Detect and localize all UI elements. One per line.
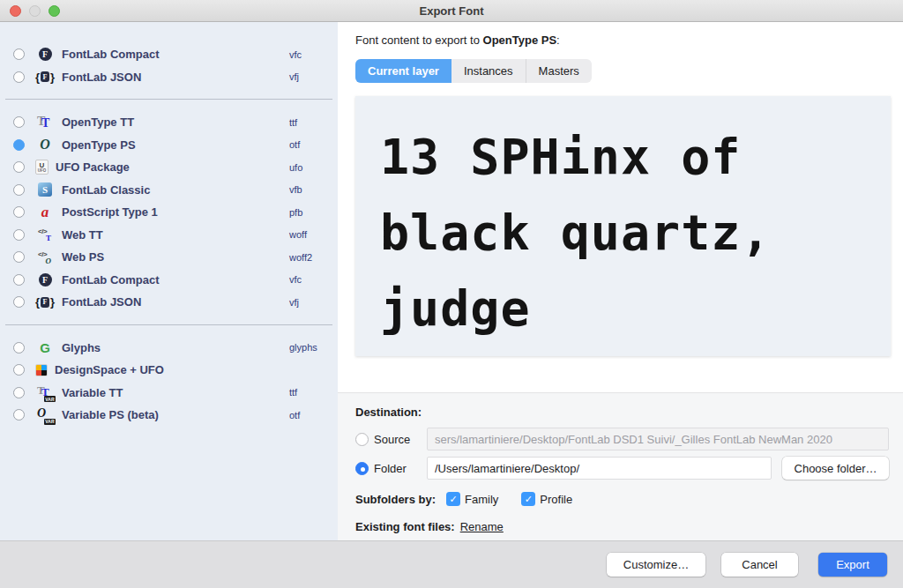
radio-button[interactable]: [13, 364, 25, 376]
format-option-variable-tt[interactable]: TVAR Variable TT ttf: [0, 382, 338, 405]
customize-button[interactable]: Customize…: [607, 553, 705, 577]
format-option-fontlab-compact-2[interactable]: FontLab Compact vfc: [0, 269, 338, 292]
radio-button[interactable]: [13, 184, 25, 196]
radio-button[interactable]: [13, 116, 25, 128]
folder-row: Folder Choose folder…: [355, 457, 889, 480]
destination-label: Destination:: [355, 406, 889, 419]
format-extension: vfb: [289, 184, 302, 195]
format-label: DesignSpace + UFO: [55, 363, 164, 376]
subfolders-label: Subfolders by:: [355, 493, 436, 506]
glyphs-icon: [35, 339, 55, 355]
radio-button[interactable]: [13, 229, 25, 241]
format-label: FontLab JSON: [62, 295, 141, 309]
source-path-field: [427, 428, 889, 450]
format-extension: ttf: [289, 387, 297, 398]
format-extension: otf: [289, 139, 300, 150]
web-ps-icon: [35, 249, 55, 265]
font-preview: 13 SPHinx of black quartz, judge: [355, 96, 891, 356]
format-label: Variable PS (beta): [62, 408, 159, 421]
profile-checkbox[interactable]: [521, 492, 535, 506]
format-extension: vfc: [289, 49, 302, 60]
format-option-variable-ps[interactable]: VAR Variable PS (beta) otf: [0, 404, 338, 427]
title-bar: Export Font: [0, 0, 903, 22]
subfolders-row: Subfolders by: Family Profile: [355, 492, 889, 506]
tab-instances[interactable]: Instances: [452, 59, 526, 83]
format-label: OpenType PS: [62, 138, 136, 152]
heading-suffix: :: [556, 33, 560, 47]
format-label: Web PS: [62, 250, 104, 264]
format-extension: vfj: [289, 71, 299, 82]
format-label: PostScript Type 1: [62, 205, 158, 219]
format-option-fontlab-compact[interactable]: FontLab Compact vfc: [0, 43, 338, 66]
format-option-ufo-package[interactable]: UFO Package ufo: [0, 156, 338, 179]
format-label: Variable TT: [62, 386, 123, 399]
format-option-fontlab-json[interactable]: F FontLab JSON vfj: [0, 66, 338, 89]
dialog-footer: Customize… Cancel Export: [0, 540, 903, 588]
folder-radio-label: Folder: [374, 462, 427, 475]
format-option-fontlab-classic[interactable]: FontLab Classic vfb: [0, 179, 338, 202]
format-label: Web TT: [62, 228, 103, 242]
fontlab-json-icon: F: [35, 294, 55, 310]
format-option-web-ps[interactable]: Web PS woff2: [0, 246, 338, 269]
radio-button[interactable]: [13, 251, 25, 263]
format-label: FontLab JSON: [62, 71, 141, 84]
heading-prefix: Font content to export to: [355, 33, 483, 47]
fontlab-compact-icon: [35, 272, 55, 287]
format-label: OpenType TT: [62, 115, 134, 129]
cancel-button[interactable]: Cancel: [721, 553, 798, 577]
format-option-glyphs[interactable]: Glyphs glyphs: [0, 337, 338, 360]
preview-line: black quartz,: [380, 195, 891, 271]
format-option-opentype-ps[interactable]: OpenType PS otf: [0, 134, 338, 157]
format-extension: pfb: [289, 207, 302, 218]
folder-radio[interactable]: [355, 462, 369, 475]
choose-folder-button[interactable]: Choose folder…: [782, 457, 889, 480]
fontlab-compact-icon: [35, 47, 55, 63]
format-label: UFO Package: [56, 160, 130, 174]
radio-button[interactable]: [13, 71, 25, 83]
web-tt-icon: [35, 227, 55, 242]
radio-button[interactable]: [13, 409, 25, 421]
format-option-opentype-tt[interactable]: OpenType TT ttf: [0, 111, 338, 134]
existing-files-row: Existing font files: Rename: [355, 520, 889, 533]
existing-files-label: Existing font files:: [355, 520, 455, 533]
postscript-type1-icon: [35, 205, 55, 220]
format-extension: vfc: [289, 274, 302, 285]
format-label: Glyphs: [62, 341, 101, 354]
radio-button[interactable]: [13, 48, 25, 60]
format-extension: ufo: [289, 162, 302, 173]
radio-button[interactable]: [13, 387, 25, 398]
format-option-postscript-type1[interactable]: PostScript Type 1 pfb: [0, 201, 338, 224]
preview-line: 13 SPHinx of: [380, 119, 891, 195]
ufo-package-icon: [35, 160, 49, 175]
window-controls: [10, 5, 60, 17]
radio-button[interactable]: [13, 342, 25, 354]
source-radio[interactable]: [355, 433, 369, 446]
format-extension: otf: [289, 410, 300, 421]
radio-button[interactable]: [13, 161, 25, 173]
source-row: Source: [355, 428, 889, 450]
profile-checkbox-label: Profile: [540, 493, 572, 506]
destination-section: Destination: Source Folder Choose folder…: [338, 392, 903, 540]
tab-masters[interactable]: Masters: [526, 59, 592, 83]
source-radio-label: Source: [374, 433, 427, 446]
close-window-button[interactable]: [10, 5, 21, 17]
folder-path-input[interactable]: [427, 457, 772, 480]
tab-current-layer[interactable]: Current layer: [355, 59, 452, 83]
radio-button-selected[interactable]: [13, 139, 25, 151]
preview-line: judge: [380, 271, 891, 346]
zoom-window-button[interactable]: [49, 5, 60, 17]
radio-button[interactable]: [13, 274, 25, 286]
family-checkbox[interactable]: [446, 492, 460, 506]
format-option-designspace-ufo[interactable]: DesignSpace + UFO: [0, 359, 338, 382]
variable-tt-icon: TVAR: [35, 384, 55, 400]
radio-button[interactable]: [13, 206, 25, 218]
export-target-heading: Font content to export to OpenType PS:: [338, 22, 903, 47]
opentype-ps-icon: [35, 137, 55, 153]
rename-dropdown-link[interactable]: Rename: [460, 520, 504, 533]
format-option-web-tt[interactable]: Web TT woff: [0, 224, 338, 247]
radio-button[interactable]: [13, 296, 25, 308]
family-checkbox-label: Family: [465, 493, 498, 506]
format-option-fontlab-json-2[interactable]: F FontLab JSON vfj: [0, 291, 338, 314]
export-button[interactable]: Export: [818, 553, 887, 577]
export-font-dialog: Export Font FontLab Compact vfc F FontLa…: [0, 0, 903, 588]
